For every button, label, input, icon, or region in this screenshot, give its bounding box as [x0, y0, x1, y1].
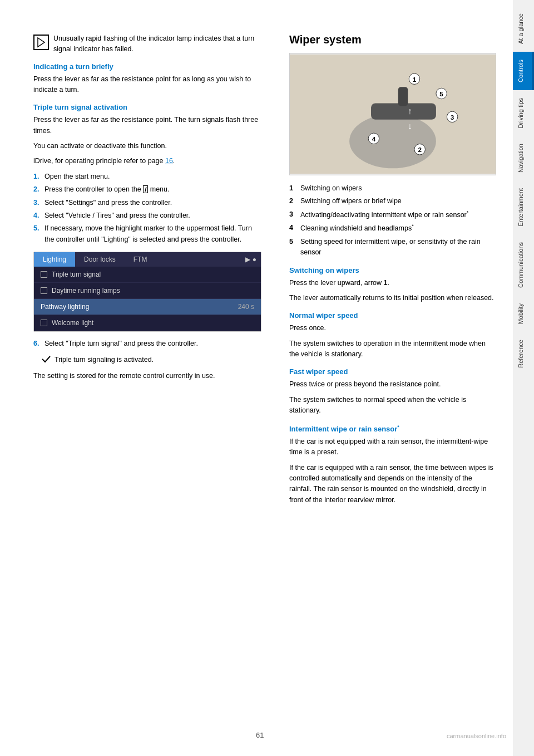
- switching-on-para1: Press the lever upward, arrow 1.: [289, 278, 496, 288]
- sidebar-tab-reference[interactable]: Reference: [513, 332, 534, 376]
- idrive-icon-menu: ●: [253, 256, 256, 263]
- fast-speed-para1: Press twice or press beyond the resistan…: [289, 379, 496, 390]
- svg-text:4: 4: [372, 135, 376, 143]
- idrive-checkbox-welcome[interactable]: [41, 320, 47, 326]
- idrive-checkbox-daytime[interactable]: [41, 287, 47, 294]
- idrive-screenshot: Lighting Door locks FTM ▶ ● Triple turn …: [33, 252, 261, 332]
- closing-text: The setting is stored for the remote con…: [33, 371, 261, 381]
- normal-speed-para2: The system switches to operation in the …: [289, 338, 496, 360]
- triple-turn-para3: iDrive, for operating principle refer to…: [33, 156, 261, 166]
- idrive-tab-lighting[interactable]: Lighting: [34, 252, 75, 267]
- idrive-label-daytime: Daytime running lamps: [52, 287, 120, 294]
- checkmark-icon: [41, 355, 51, 366]
- note-box: Unusually rapid flashing of the indicato…: [33, 33, 261, 55]
- idrive-label-pathway: Pathway lighting: [41, 303, 89, 311]
- wiper-item-1: 1 Switching on wipers: [289, 183, 496, 194]
- svg-point-2: [349, 114, 436, 168]
- svg-text:5: 5: [439, 90, 443, 97]
- svg-text:↓: ↓: [408, 121, 412, 131]
- wiper-item-2: 2 Switching off wipers or brief wipe: [289, 196, 496, 207]
- idrive-body: Triple turn signal Daytime running lamps…: [34, 267, 261, 331]
- fast-speed-para2: The system switches to normal speed when…: [289, 395, 496, 416]
- result-note: Triple turn signaling is activated.: [41, 355, 261, 366]
- step-5: 5. If necessary, move the highlight mark…: [33, 223, 261, 245]
- note-text: Unusually rapid flashing of the indicato…: [53, 33, 261, 55]
- wiper-item-5: 5 Setting speed for intermittent wipe, o…: [289, 237, 496, 258]
- step-4: 4. Select "Vehicle / Tires" and press th…: [33, 210, 261, 221]
- triple-turn-para2: You can activate or deactivate this func…: [33, 141, 261, 151]
- right-column: Wiper system 1 5: [289, 33, 496, 723]
- triple-turn-heading: Triple turn signal activation: [33, 103, 261, 111]
- switching-on-heading: Switching on wipers: [289, 266, 496, 274]
- sidebar-tab-entertainment[interactable]: Entertainment: [513, 180, 534, 234]
- step-3: 3. Select "Settings" and press the contr…: [33, 198, 261, 208]
- watermark: carmanualsonline.info: [447, 733, 506, 739]
- intermittent-heading: Intermittent wipe or rain sensor*: [289, 424, 496, 433]
- svg-text:↑: ↑: [408, 106, 412, 116]
- result-text: Triple turn signaling is activated.: [55, 355, 154, 365]
- fast-speed-heading: Fast wiper speed: [289, 367, 496, 376]
- page-link-16[interactable]: 16: [165, 157, 173, 165]
- sidebar-tab-ataglance[interactable]: At a glance: [513, 6, 534, 52]
- idrive-row-pathway[interactable]: Pathway lighting 240 s: [34, 299, 261, 315]
- triple-turn-para1: Press the lever as far as the resistance…: [33, 115, 261, 136]
- page-number: 61: [256, 731, 264, 739]
- step-list: 1. Open the start menu. 2. Press the con…: [33, 171, 261, 245]
- step-1: 1. Open the start menu.: [33, 171, 261, 182]
- svg-text:1: 1: [413, 76, 417, 83]
- sidebar-tab-drivingtips[interactable]: Driving tips: [513, 90, 534, 136]
- sidebar-tab-controls[interactable]: Controls: [513, 52, 534, 90]
- idrive-row-triple[interactable]: Triple turn signal: [34, 267, 261, 283]
- wiper-image: 1 5 3 2 4 ↑ ↓: [289, 53, 496, 175]
- step-6: 6. Select "Triple turn signal" and press…: [33, 338, 261, 349]
- svg-text:2: 2: [418, 146, 422, 153]
- step-list-6: 6. Select "Triple turn signal" and press…: [33, 338, 261, 349]
- idrive-value-pathway: 240 s: [238, 303, 254, 311]
- idrive-row-daytime[interactable]: Daytime running lamps: [34, 283, 261, 299]
- wiper-item-3: 3 Activating/deactivating intermittent w…: [289, 209, 496, 221]
- idrive-label-welcome: Welcome light: [52, 319, 93, 327]
- normal-speed-heading: Normal wiper speed: [289, 311, 496, 320]
- idrive-tab-ftm[interactable]: FTM: [125, 252, 156, 267]
- sidebar-tab-navigation[interactable]: Navigation: [513, 136, 534, 180]
- sidebar-tab-communications[interactable]: Communications: [513, 234, 534, 296]
- sidebar-tab-mobility[interactable]: Mobility: [513, 296, 534, 332]
- svg-text:3: 3: [451, 114, 454, 121]
- idrive-tab-doorlocks[interactable]: Door locks: [75, 252, 125, 267]
- idrive-header: Lighting Door locks FTM ▶ ●: [34, 252, 261, 267]
- intermittent-para1: If the car is not equipped with a rain s…: [289, 436, 496, 458]
- idrive-checkbox-triple[interactable]: [41, 271, 47, 278]
- sidebar: At a glance Controls Driving tips Naviga…: [513, 0, 534, 756]
- idrive-label-triple: Triple turn signal: [52, 271, 101, 278]
- indicating-turn-heading: Indicating a turn briefly: [33, 62, 261, 71]
- wiper-list: 1 Switching on wipers 2 Switching off wi…: [289, 183, 496, 258]
- intermittent-para2: If the car is equipped with a rain senso…: [289, 463, 496, 506]
- idrive-row-welcome[interactable]: Welcome light: [34, 315, 261, 331]
- indicating-turn-body: Press the lever as far as the resistance…: [33, 74, 261, 96]
- note-icon: [33, 35, 49, 50]
- svg-marker-0: [38, 38, 44, 47]
- normal-speed-body: Press once.: [289, 323, 496, 333]
- idrive-icon-back: ▶: [245, 256, 250, 263]
- idrive-icons: ▶ ●: [245, 256, 261, 263]
- svg-rect-4: [398, 87, 408, 106]
- left-column: Unusually rapid flashing of the indicato…: [33, 33, 273, 723]
- wiper-title: Wiper system: [289, 33, 496, 46]
- step-2: 2. Press the controller to open the i me…: [33, 184, 261, 195]
- wiper-item-4: 4 Cleaning windshield and headlamps*: [289, 223, 496, 234]
- step-6-text: Select "Triple turn signal" and press th…: [44, 338, 198, 349]
- switching-on-para2: The lever automatically returns to its i…: [289, 293, 496, 303]
